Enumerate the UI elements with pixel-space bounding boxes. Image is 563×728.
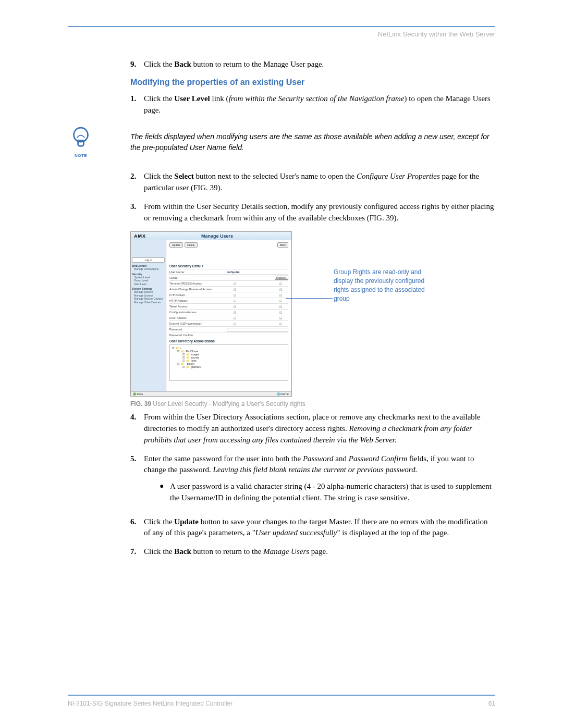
group-select[interactable]: mailbox1 <box>275 276 288 280</box>
status-right: 🌐 Internet <box>277 392 289 396</box>
callout-text: Group Rights are read-only and display t… <box>334 268 438 303</box>
figure-39: AMX Manage Users Log In WebControl Manag… <box>130 231 495 408</box>
list-body: Click the Update button to save your cha… <box>144 516 495 539</box>
cap-t: User Level Security - Modifying a User's… <box>151 400 305 408</box>
chk[interactable]: ☑ <box>177 362 179 365</box>
side-item[interactable]: Manage Other Devices <box>132 301 165 304</box>
chk-ro: ☑ <box>273 305 288 309</box>
section-heading: Modifying the properties of an existing … <box>130 78 495 87</box>
list-item-5: 5. Enter the same password for the user … <box>130 453 495 509</box>
b: Back <box>174 60 191 68</box>
folder-icon: 📁 <box>186 365 189 368</box>
password-input[interactable] <box>227 328 288 331</box>
chk[interactable]: ☑ <box>227 305 242 309</box>
chk[interactable]: ☑ <box>227 311 242 314</box>
lbl: Password: <box>169 328 227 331</box>
list-num: 3. <box>130 201 144 224</box>
list-body: From within the User Directory Associati… <box>144 412 495 446</box>
i: Configure User Properties <box>357 172 440 180</box>
chk[interactable]: ☑ <box>177 350 179 353</box>
callout-line <box>286 298 333 299</box>
side-item[interactable]: Manage NetLinx Devices <box>132 297 165 301</box>
running-header: NetLinx Security within the Web Server <box>68 30 495 38</box>
list-num: 6. <box>130 516 144 539</box>
chk[interactable]: ☑ <box>227 299 242 303</box>
chk-ro: ☑ <box>273 311 288 314</box>
i: Manage Users <box>263 547 309 556</box>
chk-ro: ☑ <box>273 288 288 291</box>
list-num: 1. <box>130 93 144 116</box>
list-num: 5. <box>130 453 144 509</box>
i: User updated successfully <box>255 528 337 537</box>
list-item-7: 7. Click the Back button to return to th… <box>130 546 495 558</box>
i: from within the Security section of the … <box>229 94 405 103</box>
side-item[interactable]: User Level <box>132 282 165 286</box>
lbl: HTTP Access: <box>169 299 227 302</box>
status-left: 🟢 Done <box>133 392 143 396</box>
delete-button[interactable]: Delete <box>185 242 197 248</box>
note-label: NOTE <box>68 153 94 158</box>
t: button to return to the Manage User page… <box>191 60 324 68</box>
t: Click the <box>144 60 174 68</box>
note-block: NOTE The fields displayed when modifying… <box>68 126 495 158</box>
list-body: From within the User Security Details se… <box>144 201 495 224</box>
t: and <box>334 454 349 463</box>
b: Select <box>174 172 193 180</box>
lbl: Terminal (RS232) Access: <box>169 282 227 285</box>
list-item-9: 9. Click the Back button to return to th… <box>130 59 495 70</box>
t: button next to the selected User's name … <box>194 172 357 180</box>
chk-ro: ☑ <box>273 293 288 297</box>
fig-sidebar: Log In WebControl Manage Connections Sec… <box>131 240 166 391</box>
list-num: 4. <box>130 412 144 446</box>
page-footer: NI-3101-SIG Signature Series NetLinx Int… <box>68 695 495 707</box>
chk[interactable]: ☑ <box>227 316 242 320</box>
chk-ro: ☑ <box>273 322 288 326</box>
lbl: FTP Access: <box>169 293 227 297</box>
chk-ro: ☑ <box>273 316 288 320</box>
t: Click the <box>144 517 174 526</box>
chk[interactable]: ☑ <box>227 322 242 326</box>
chk[interactable]: ☑ <box>227 293 242 297</box>
login-button[interactable]: Log In <box>132 257 165 263</box>
note-icon: NOTE <box>68 126 94 158</box>
footer-left: NI-3101-SIG Signature Series NetLinx Int… <box>68 700 232 707</box>
side-item[interactable]: Manage Connections <box>132 267 165 271</box>
top-rule <box>68 26 495 27</box>
lbl: Password Confirm: <box>169 334 227 337</box>
chk[interactable]: ☑ <box>172 347 174 350</box>
b: Back <box>174 547 191 556</box>
dir-box: ☑📁/ ☑📁AMXShare ☑📁images ☑📁sounds ☑📁fonts… <box>169 344 288 381</box>
list-num: 7. <box>130 546 144 558</box>
lbl: User Name: <box>169 270 227 274</box>
bullet-item: ● A user password is a valid character s… <box>160 481 495 504</box>
list-body: Click the Back button to return to the M… <box>144 59 495 70</box>
t: Enter the same password for the user int… <box>144 454 303 463</box>
back-button[interactable]: Back <box>277 242 288 248</box>
update-button[interactable]: Update <box>169 242 183 248</box>
bullet-text: A user password is a valid character str… <box>170 481 495 504</box>
t: Click the <box>144 172 174 180</box>
lbl: Telnet Access: <box>169 305 227 308</box>
figure-caption: FIG. 39 User Level Security - Modifying … <box>130 400 495 408</box>
i: Password <box>303 454 334 463</box>
dir-head: User Directory Associations <box>169 339 288 343</box>
i: Password Confirm <box>349 454 407 463</box>
chk[interactable]: ☑ <box>227 288 242 291</box>
val: techpubs <box>227 270 239 274</box>
b: Update <box>174 517 199 526</box>
bullet-dot: ● <box>160 481 170 504</box>
t: Click the <box>144 547 174 556</box>
lbl: Encrypt ICSP connection: <box>169 322 227 325</box>
list-body: Click the User Level link (from within t… <box>144 93 495 116</box>
list-item-1: 1. Click the User Level link (from withi… <box>130 93 495 116</box>
lbl: Configuration Access: <box>169 311 227 314</box>
chk-ro: ☑ <box>273 282 288 286</box>
note-text: The fields displayed when modifying user… <box>130 131 495 153</box>
t: page. <box>309 547 328 556</box>
chk[interactable]: ☑ <box>182 365 185 368</box>
details-head: User Security Details <box>169 264 288 268</box>
list-body: Click the Back button to return to the M… <box>144 546 495 558</box>
figure-screenshot: AMX Manage Users Log In WebControl Manag… <box>130 231 292 397</box>
chk[interactable]: ☑ <box>227 282 242 286</box>
t: link ( <box>210 94 229 103</box>
